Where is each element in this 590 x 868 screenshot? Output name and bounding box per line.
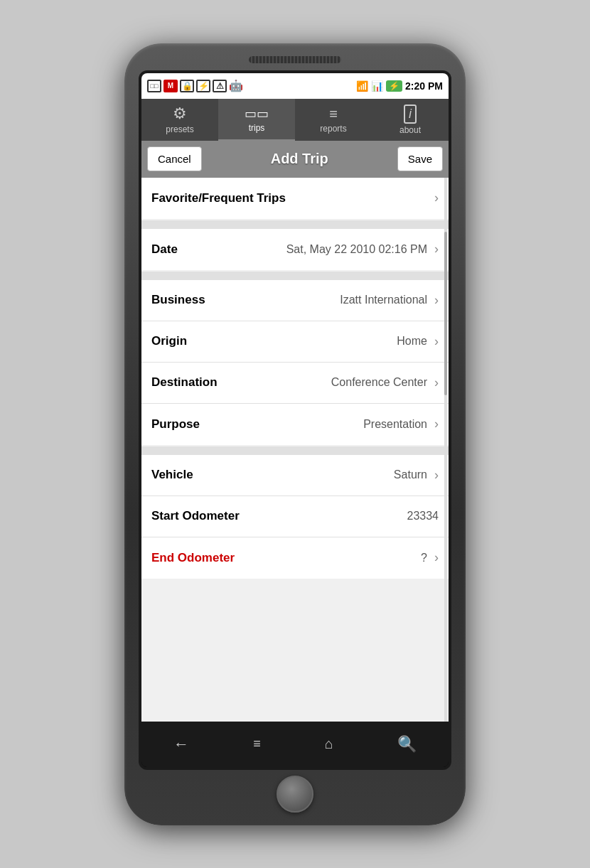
chevron-icon-favorite: › bbox=[434, 191, 439, 205]
origin-value: Home › bbox=[397, 334, 439, 349]
chevron-icon-vehicle: › bbox=[434, 468, 439, 483]
screen-bezel: □□ M 🔒 ⚡ ⚠ 🤖 📶 📊 ⚡ 2:20 PM bbox=[139, 70, 451, 770]
list-item-start-odometer[interactable]: Start Odometer 23334 bbox=[141, 496, 449, 537]
tab-presets[interactable]: ⚙ presets bbox=[141, 99, 218, 141]
chevron-icon-business: › bbox=[434, 293, 439, 308]
tab-reports[interactable]: ≡ reports bbox=[295, 99, 372, 141]
content-scroll-wrapper: Favorite/Frequent Trips › Date Sat, May … bbox=[141, 178, 449, 722]
start-odometer-label: Start Odometer bbox=[151, 509, 240, 523]
android-icon: 🤖 bbox=[229, 80, 243, 92]
reports-icon: ≡ bbox=[329, 106, 338, 122]
vehicle-label: Vehicle bbox=[151, 468, 193, 482]
gmail-icon: M bbox=[163, 80, 178, 92]
home-button[interactable]: ⌂ bbox=[313, 730, 345, 758]
date-label: Date bbox=[151, 242, 178, 257]
section-date: Date Sat, May 22 2010 02:16 PM › bbox=[141, 229, 449, 270]
tab-about[interactable]: i about bbox=[372, 99, 449, 141]
tab-bar: ⚙ presets ▭▭ trips ≡ reports i about bbox=[141, 99, 449, 141]
tab-about-label: about bbox=[399, 125, 421, 135]
section-divider-2 bbox=[141, 272, 449, 280]
vehicle-value: Saturn › bbox=[394, 468, 439, 483]
content-area: Favorite/Frequent Trips › Date Sat, May … bbox=[141, 178, 449, 722]
nav-bar: ← ≡ ⌂ 🔍 bbox=[141, 722, 449, 767]
status-icons-left: □□ M 🔒 ⚡ ⚠ 🤖 bbox=[147, 80, 243, 92]
business-label: Business bbox=[151, 293, 205, 307]
chevron-icon-end-odometer: › bbox=[434, 550, 439, 565]
battery-indicator: ⚡ bbox=[389, 81, 399, 91]
scrollbar-track[interactable] bbox=[444, 178, 447, 722]
action-bar: Cancel Add Trip Save bbox=[141, 141, 449, 178]
list-item-favorite-trips[interactable]: Favorite/Frequent Trips › bbox=[141, 178, 449, 219]
trips-icon: ▭▭ bbox=[245, 106, 269, 122]
end-odometer-label: End Odometer bbox=[151, 551, 235, 565]
list-item-date[interactable]: Date Sat, May 22 2010 02:16 PM › bbox=[141, 229, 449, 270]
signal-icon: 📊 bbox=[371, 80, 383, 92]
business-value: Izatt International › bbox=[340, 293, 439, 308]
save-button[interactable]: Save bbox=[397, 146, 443, 171]
destination-label: Destination bbox=[151, 375, 218, 390]
chevron-icon-origin: › bbox=[434, 334, 439, 349]
wifi-icon: 📶 bbox=[356, 80, 368, 92]
list-item-destination[interactable]: Destination Conference Center › bbox=[141, 363, 449, 404]
lock-icon: 🔒 bbox=[180, 80, 194, 92]
tab-trips-label: trips bbox=[249, 123, 265, 133]
chevron-icon-purpose: › bbox=[434, 417, 439, 432]
scrollbar-thumb[interactable] bbox=[444, 232, 447, 395]
physical-home-button[interactable] bbox=[277, 776, 313, 813]
tab-trips[interactable]: ▭▭ trips bbox=[218, 99, 295, 141]
section-trip-details: Business Izatt International › Origin Ho… bbox=[141, 280, 449, 445]
section-divider-3 bbox=[141, 446, 449, 455]
presets-icon: ⚙ bbox=[173, 105, 187, 123]
date-value: Sat, May 22 2010 02:16 PM › bbox=[286, 242, 439, 257]
origin-label: Origin bbox=[151, 334, 187, 348]
chevron-icon-destination: › bbox=[434, 375, 439, 390]
battery-icon: ⚡ bbox=[386, 80, 402, 92]
phone-bottom bbox=[136, 776, 454, 813]
destination-value: Conference Center › bbox=[331, 375, 439, 390]
alert-icon: ⚠ bbox=[213, 80, 227, 92]
list-item-business[interactable]: Business Izatt International › bbox=[141, 280, 449, 321]
speaker-grille bbox=[249, 56, 341, 63]
tab-reports-label: reports bbox=[320, 124, 346, 134]
list-item-purpose[interactable]: Purpose Presentation › bbox=[141, 404, 449, 445]
favorite-trips-label: Favorite/Frequent Trips bbox=[151, 191, 286, 205]
notification-icon-1: □□ bbox=[147, 80, 161, 92]
tab-presets-label: presets bbox=[166, 124, 193, 134]
list-item-end-odometer[interactable]: End Odometer ? › bbox=[141, 537, 449, 579]
screen: □□ M 🔒 ⚡ ⚠ 🤖 📶 📊 ⚡ 2:20 PM bbox=[141, 73, 449, 767]
back-button[interactable]: ← bbox=[162, 729, 200, 759]
page-title: Add Trip bbox=[271, 151, 328, 167]
about-icon: i bbox=[404, 105, 417, 124]
purpose-value: Presentation › bbox=[363, 417, 439, 432]
status-bar: □□ M 🔒 ⚡ ⚠ 🤖 📶 📊 ⚡ 2:20 PM bbox=[141, 73, 449, 99]
usb-icon: ⚡ bbox=[196, 80, 210, 92]
menu-button[interactable]: ≡ bbox=[242, 731, 272, 757]
list-item-origin[interactable]: Origin Home › bbox=[141, 321, 449, 363]
search-button[interactable]: 🔍 bbox=[386, 729, 428, 759]
chevron-icon-date: › bbox=[434, 242, 439, 257]
start-odometer-value: 23334 bbox=[407, 510, 439, 523]
section-favorite: Favorite/Frequent Trips › bbox=[141, 178, 449, 219]
list-item-vehicle[interactable]: Vehicle Saturn › bbox=[141, 455, 449, 496]
status-icons-right: 📶 📊 ⚡ 2:20 PM bbox=[356, 80, 443, 92]
status-time: 2:20 PM bbox=[405, 80, 443, 92]
purpose-label: Purpose bbox=[151, 417, 200, 432]
end-odometer-value: ? › bbox=[421, 550, 439, 565]
section-divider-1 bbox=[141, 220, 449, 229]
section-vehicle: Vehicle Saturn › Start Odometer 23334 bbox=[141, 455, 449, 579]
cancel-button[interactable]: Cancel bbox=[147, 146, 202, 171]
phone-device: □□ M 🔒 ⚡ ⚠ 🤖 📶 📊 ⚡ 2:20 PM bbox=[124, 43, 466, 825]
